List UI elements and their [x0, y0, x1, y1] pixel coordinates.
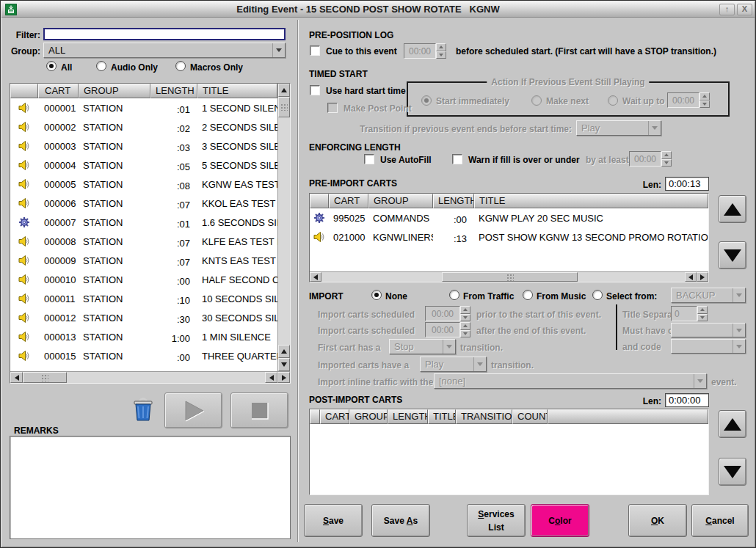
label-part: lor: [560, 516, 571, 526]
cart-title: 1 MIN SILENCE: [197, 332, 277, 343]
group-combobox[interactable]: ALL: [43, 43, 286, 58]
cart-type-icon: [10, 197, 38, 209]
col-count[interactable]: COUNT: [512, 409, 548, 424]
table-row[interactable]: 000010 STATION :00 HALF SECOND OF: [10, 270, 277, 289]
col-group[interactable]: GROUP: [368, 194, 433, 208]
table-row[interactable]: 000009 STATION :07 KNTS EAS TEST IN: [10, 251, 277, 270]
scrollbar-thumb[interactable]: [278, 97, 290, 117]
timed-start-heading: TIMED START: [309, 69, 368, 79]
filter-input[interactable]: [43, 28, 286, 40]
post-import-move-down-button[interactable]: [719, 458, 746, 486]
autofill-checkbox[interactable]: [364, 154, 374, 164]
radio-import-music[interactable]: [523, 290, 533, 300]
post-import-len-input[interactable]: [665, 393, 709, 407]
table-row[interactable]: 000002 STATION :02 2 SECONDS SILEI: [10, 117, 277, 136]
save-button[interactable]: Save: [304, 504, 363, 537]
table-row[interactable]: 000011 STATION :10 10 SECONDS SILE: [10, 289, 277, 308]
col-length[interactable]: LENGTH: [433, 194, 474, 208]
col-icon[interactable]: [310, 194, 329, 208]
table-row[interactable]: 000015 STATION :00 THREE QUARTER: [10, 346, 277, 365]
trash-icon[interactable]: [131, 398, 155, 425]
cart-group: STATION: [79, 217, 150, 228]
sched-prior-label: Import carts scheduled: [318, 310, 415, 320]
color-button[interactable]: Color: [531, 504, 589, 537]
col-transition[interactable]: TRANSITION: [456, 409, 512, 424]
vertical-scrollbar[interactable]: [277, 84, 290, 371]
services-list-button[interactable]: Services List: [467, 504, 526, 537]
table-row[interactable]: 000004 STATION :05 5 SECONDS SILEI: [10, 156, 277, 175]
pre-import-move-down-button[interactable]: [719, 241, 746, 269]
col-cart[interactable]: CART: [320, 409, 349, 424]
col-cart[interactable]: CART: [38, 84, 79, 98]
shade-button[interactable]: ↑: [719, 4, 735, 15]
spin-down-button: [661, 159, 672, 167]
grip-icon: [41, 374, 48, 381]
radio-import-traffic[interactable]: [449, 290, 459, 300]
save-as-button[interactable]: Save As: [371, 504, 430, 537]
import-none-label: None: [385, 291, 407, 302]
table-row[interactable]: 000007 STATION :01 1.6 SECONDS SIL: [10, 213, 277, 232]
col-title[interactable]: TITLE: [474, 194, 708, 208]
horizontal-scrollbar[interactable]: [310, 271, 708, 282]
radio-macros-only[interactable]: [175, 61, 186, 71]
col-cart[interactable]: CART: [329, 194, 368, 208]
spin-value: 00:00: [425, 306, 460, 321]
cart-number: 000011: [38, 293, 79, 304]
cue-to-event-checkbox[interactable]: [310, 45, 320, 56]
inline-traffic-suffix: event.: [711, 377, 737, 387]
scroll-down-button[interactable]: [278, 358, 290, 371]
col-icon[interactable]: [10, 84, 38, 98]
scroll-up-button-2[interactable]: [278, 345, 290, 358]
ok-button[interactable]: OK: [628, 504, 687, 537]
make-post-point-label: Make Post Point: [344, 103, 412, 114]
title-bar[interactable]: Editing Event - 15 SECOND POST SHOW ROTA…: [1, 1, 755, 18]
down-arrow-icon: [724, 249, 741, 262]
scrollbar-thumb[interactable]: [23, 372, 67, 383]
table-row[interactable]: 995025 COMMANDS :00 KGNW PLAY 20 SEC MUS…: [310, 208, 708, 227]
horizontal-scrollbar[interactable]: [10, 371, 290, 383]
col-icon[interactable]: [310, 409, 320, 424]
post-import-move-up-button[interactable]: [719, 410, 746, 438]
table-row[interactable]: 000005 STATION :08 KGNW EAS TEST: [10, 175, 277, 194]
radio-audio-only[interactable]: [96, 61, 106, 71]
cart-title: THREE QUARTER: [197, 351, 277, 362]
close-button[interactable]: X: [737, 4, 752, 15]
scrollbar-thumb[interactable]: [442, 272, 578, 282]
table-row[interactable]: 000012 STATION :30 30 SECONDS SILE: [10, 308, 277, 327]
remarks-textarea[interactable]: [10, 436, 291, 539]
pre-import-move-up-button[interactable]: [719, 195, 746, 223]
table-row[interactable]: 000008 STATION :07 KLFE EAS TEST IN: [10, 232, 277, 251]
col-group[interactable]: GROUP: [79, 84, 150, 98]
scroll-left-button-2[interactable]: [685, 272, 697, 282]
col-length[interactable]: LENGTH: [150, 84, 197, 98]
table-row[interactable]: 021000 KGNWLINERS :13 POST SHOW KGNW 13 …: [310, 227, 708, 246]
cancel-button[interactable]: Cancel: [691, 504, 749, 537]
radio-import-none[interactable]: [371, 290, 382, 300]
table-row[interactable]: 000006 STATION :07 KKOL EAS TEST IN: [10, 194, 277, 213]
hard-start-checkbox[interactable]: [310, 85, 320, 95]
label-part: C: [705, 516, 712, 526]
scroll-up-button[interactable]: [278, 84, 290, 97]
cart-length: :05: [150, 158, 197, 172]
col-group[interactable]: GROUP: [349, 409, 388, 424]
col-title[interactable]: TITLE: [197, 84, 277, 98]
scroll-left-button-2[interactable]: [265, 372, 277, 383]
scroll-right-button[interactable]: [697, 272, 708, 282]
grip-icon: [506, 274, 514, 281]
col-length[interactable]: LENGTH: [388, 409, 428, 424]
cart-type-icon: [10, 235, 38, 247]
cart-type-icon: [10, 216, 38, 228]
spin-down-button: [460, 314, 470, 322]
table-row[interactable]: 000013 STATION 1:00 1 MIN SILENCE: [10, 327, 277, 346]
col-title[interactable]: TITLE: [428, 409, 456, 424]
radio-import-select-from[interactable]: [592, 290, 603, 300]
radio-all[interactable]: [46, 61, 57, 71]
scroll-right-button[interactable]: [277, 372, 290, 383]
scroll-left-button[interactable]: [10, 372, 23, 383]
table-row[interactable]: 000001 STATION :01 1 SECOND SILEN: [10, 98, 277, 117]
warn-fill-checkbox[interactable]: [452, 154, 462, 164]
scroll-left-button[interactable]: [310, 272, 321, 282]
table-row[interactable]: 000003 STATION :03 3 SECONDS SILEI: [10, 136, 277, 156]
window-title: Editing Event - 15 SECOND POST SHOW ROTA…: [17, 4, 719, 15]
pre-import-len-input[interactable]: [665, 177, 709, 191]
